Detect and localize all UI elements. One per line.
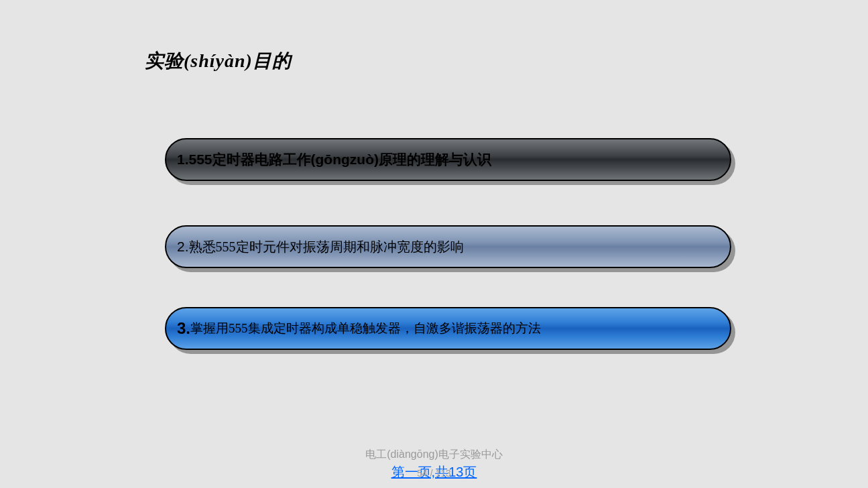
objective-num-2: 2. — [177, 239, 189, 255]
objective-text-1: 1.555定时器电路工作(gōngzuò)原理的理解与认识 — [177, 150, 491, 169]
slide-title: 实验(shíyàn)目的 — [145, 48, 292, 74]
footer-page-number: 54 / 113 — [417, 468, 451, 479]
objective-item-3: 3.掌握用555集成定时器构成单稳触发器，自激多谐振荡器的方法 — [165, 307, 731, 350]
objective-item-2: 2.熟悉555定时元件对振荡周期和脉冲宽度的影响 — [165, 225, 731, 268]
footer-source: 电工(diàngōng)电子实验中心 — [0, 448, 868, 462]
objective-text-2: 熟悉555定时元件对振荡周期和脉冲宽度的影响 — [189, 238, 464, 256]
objective-item-1: 1.555定时器电路工作(gōngzuò)原理的理解与认识 — [165, 138, 731, 181]
objective-num-3: 3. — [177, 319, 190, 338]
objective-text-3: 掌握用555集成定时器构成单稳触发器，自激多谐振荡器的方法 — [190, 320, 541, 337]
